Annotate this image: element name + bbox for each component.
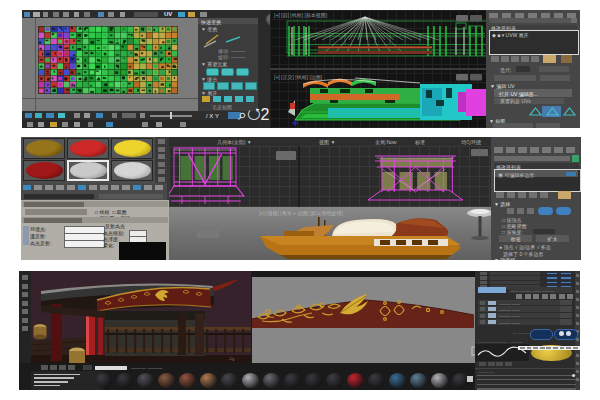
svg-text:[+] [前] [线框] [基本视图]: [+] [前] [线框] [基本视图] — [274, 12, 328, 19]
svg-text:[+] [正交] [线框] [边面]: [+] [正交] [线框] [边面] — [274, 74, 323, 81]
svg-text:⌂₁: ⌂₁ — [229, 355, 235, 361]
svg-text:[+] [透视] [真实 + 边面] [默认明暗处理]: [+] [透视] [真实 + 边面] [默认明暗处理] — [259, 210, 344, 217]
